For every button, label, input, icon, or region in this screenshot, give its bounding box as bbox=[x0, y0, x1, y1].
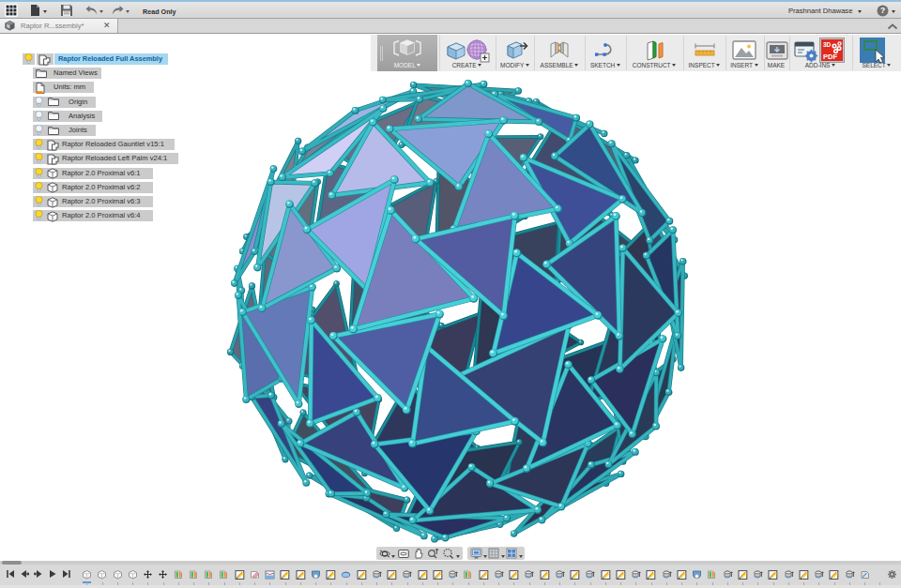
svg-text:?: ? bbox=[880, 6, 885, 15]
svg-text:3D: 3D bbox=[823, 41, 832, 48]
svg-text:PDF: PDF bbox=[823, 53, 837, 61]
